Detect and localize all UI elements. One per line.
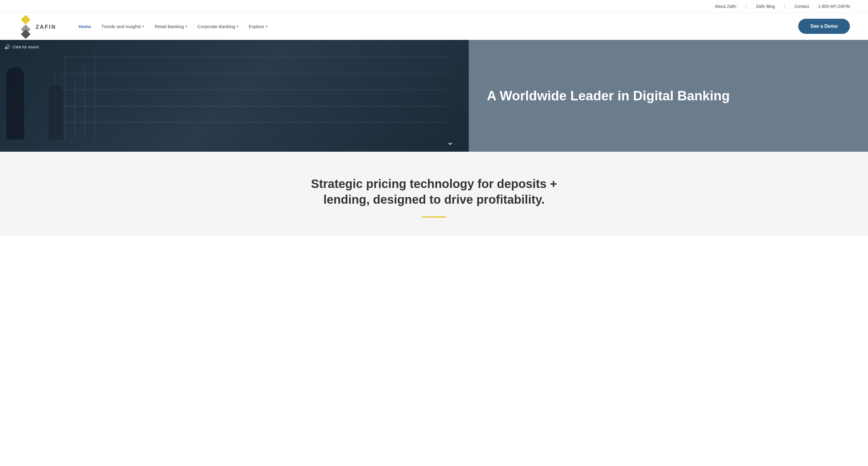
nav-corporate[interactable]: Corporate Banking ▾ bbox=[193, 21, 243, 32]
hero-video-side: 🔊 Click for sound ⌄ bbox=[0, 40, 469, 152]
sound-icon: 🔊 bbox=[4, 44, 10, 50]
yellow-divider bbox=[422, 216, 446, 217]
nav-links: Home Trends and Insights ▾ Retail Bankin… bbox=[74, 21, 798, 32]
contact-link[interactable]: Contact bbox=[794, 4, 809, 9]
hero-section: 🔊 Click for sound ⌄ A Worldwide Leader i… bbox=[0, 40, 868, 152]
corporate-chevron-icon: ▾ bbox=[237, 25, 239, 28]
retail-chevron-icon: ▾ bbox=[185, 25, 187, 28]
nav-retail[interactable]: Retail Banking ▾ bbox=[150, 21, 191, 32]
scroll-down-button[interactable]: ⌄ bbox=[447, 137, 454, 147]
logo-link[interactable]: ZAFIN bbox=[18, 13, 56, 40]
logo-text: ZAFIN bbox=[36, 24, 56, 30]
person-silhouette-1 bbox=[6, 67, 24, 140]
svg-marker-0 bbox=[21, 15, 31, 25]
nav-trends[interactable]: Trends and Insights ▾ bbox=[97, 21, 149, 32]
trends-chevron-icon: ▾ bbox=[143, 25, 144, 28]
nav-explore[interactable]: Explore ▾ bbox=[245, 21, 272, 32]
zafin-blog-link[interactable]: Zafin Blog bbox=[756, 4, 775, 9]
person-silhouette-2 bbox=[48, 85, 63, 140]
divider: | bbox=[745, 3, 747, 9]
about-zafin-link[interactable]: About Zafin bbox=[715, 4, 736, 9]
logo-icon bbox=[18, 13, 33, 40]
hero-text-side: A Worldwide Leader in Digital Banking bbox=[469, 40, 868, 152]
top-bar: About Zafin | Zafin Blog | Contact 1-855… bbox=[0, 0, 868, 13]
subtext-headline: Strategic pricing technology for deposit… bbox=[298, 176, 570, 207]
click-for-sound[interactable]: 🔊 Click for sound bbox=[4, 44, 39, 50]
phone-number: 1-855-MY-ZAFIN bbox=[818, 4, 850, 9]
divider2: | bbox=[784, 3, 785, 9]
hero-headline: A Worldwide Leader in Digital Banking bbox=[487, 88, 730, 104]
explore-chevron-icon: ▾ bbox=[266, 25, 268, 28]
nav-home[interactable]: Home bbox=[74, 21, 95, 32]
see-demo-button[interactable]: See a Demo bbox=[798, 19, 850, 34]
video-scene bbox=[0, 40, 469, 140]
subtext-section: Strategic pricing technology for deposit… bbox=[0, 152, 868, 236]
navbar: ZAFIN Home Trends and Insights ▾ Retail … bbox=[0, 13, 868, 40]
